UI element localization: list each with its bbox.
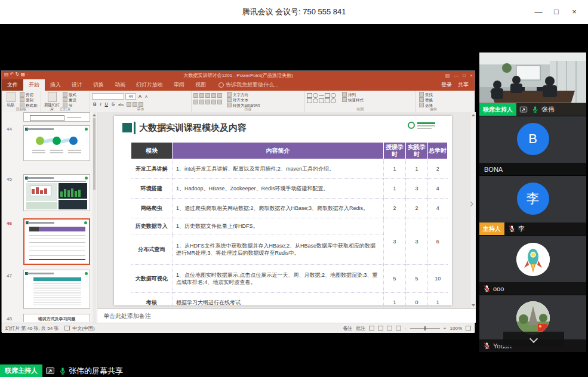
thumbnails-scroll-up-icon[interactable]: [93, 114, 96, 116]
shapes-gallery[interactable]: [307, 92, 336, 103]
spellcheck-icon[interactable]: [64, 326, 70, 330]
replace-button[interactable]: 替换: [419, 97, 433, 102]
tab-file[interactable]: 文件: [2, 79, 23, 91]
font-group-label: 字体: [90, 107, 191, 112]
font-name-select[interactable]: [92, 93, 124, 100]
char-spacing-icon[interactable]: [133, 102, 137, 107]
participant-tile-bona[interactable]: B BONA: [479, 116, 586, 175]
tab-review[interactable]: 审阅: [168, 79, 190, 91]
paste-icon: [7, 92, 16, 102]
participant-name: 李: [518, 224, 525, 233]
tab-insert[interactable]: 插入: [45, 79, 66, 91]
thumbnail-slide-43-partial[interactable]: [23, 112, 90, 122]
columns-icon[interactable]: [217, 100, 222, 104]
scroll-down-icon[interactable]: [472, 304, 475, 307]
rocket-avatar: [516, 243, 550, 276]
participant-tile-ooo[interactable]: ooo: [479, 236, 586, 295]
tab-view[interactable]: 视图: [190, 79, 211, 91]
underline-button[interactable]: U: [104, 101, 109, 107]
numbering-icon[interactable]: [199, 93, 204, 98]
meeting-stage: ▤ ↶ ↻ ▦ · 大数据实训研讨会1201 - PowerPoint(产品激活…: [0, 24, 588, 377]
align-center-icon[interactable]: [199, 100, 204, 104]
text-shadow-icon[interactable]: [127, 102, 131, 107]
participant-tile-zhangwei[interactable]: 联席主持人 张伟: [479, 52, 586, 116]
login-button[interactable]: 登录: [441, 81, 452, 89]
clear-format-button[interactable]: abc: [117, 103, 125, 106]
collapse-participants-button[interactable]: [503, 332, 564, 347]
slideshow-icon[interactable]: [396, 326, 401, 330]
meeting-title: 腾讯会议 会议号: 750 555 841: [0, 0, 588, 24]
tell-me-box[interactable]: 告诉我您想要做什么...: [215, 79, 282, 91]
zoom-slider[interactable]: [410, 328, 440, 329]
language-indicator[interactable]: 中文(中国): [72, 325, 94, 332]
normal-view-icon[interactable]: [369, 326, 374, 330]
bullets-icon[interactable]: [193, 93, 198, 98]
panel-expand-arrow-icon[interactable]: ›: [467, 191, 476, 215]
zoom-out-icon[interactable]: -: [405, 326, 407, 331]
ppt-share-button[interactable]: 共享: [458, 81, 469, 89]
line-spacing-icon[interactable]: [217, 93, 222, 98]
thumbnail-number-46: 46: [7, 221, 12, 226]
paste-button[interactable]: 粘贴: [4, 92, 18, 107]
arrange-button[interactable]: 排列: [342, 92, 364, 97]
notes-pane[interactable]: 单击此处添加备注: [97, 308, 476, 323]
cut-button[interactable]: 剪切: [20, 92, 38, 97]
tab-transitions[interactable]: 切换: [88, 79, 109, 91]
font-size-select[interactable]: 44: [125, 93, 136, 100]
text-direction-icon: [227, 92, 232, 97]
shape-arrow-icon: [325, 93, 330, 98]
tab-home[interactable]: 开始: [23, 79, 45, 91]
align-right-icon[interactable]: [205, 100, 210, 104]
ribbon-group-paragraph: 文字方向 对齐文本 转换为SmartArt 段落: [192, 91, 305, 112]
slide-editing-area: 大数据实训课程模块及内容 模块 内容简介 授课学时 实践学时 总学时 开发工具讲…: [97, 112, 476, 308]
ppt-minimize-icon[interactable]: —: [454, 73, 458, 78]
grow-font-icon[interactable]: A: [137, 94, 143, 99]
text-direction-button[interactable]: 文字方向: [227, 92, 260, 97]
align-left-icon[interactable]: [193, 100, 198, 104]
italic-button[interactable]: I: [98, 101, 102, 107]
ppt-maximize-icon[interactable]: □: [463, 73, 466, 78]
table-row: 开发工具讲解 1、intelj开发工具讲解、配置以及常用插件;2、maven工具…: [131, 159, 448, 179]
minimize-icon[interactable]: —: [529, 4, 547, 20]
current-slide-canvas[interactable]: 大数据实训课程模块及内容 模块 内容简介 授课学时 实践学时 总学时 开发工具讲…: [114, 116, 452, 305]
thumbnail-slide-48-partial[interactable]: 培训方式及学习问题: [23, 314, 90, 322]
slide-title-accent-square: [122, 123, 132, 132]
notes-toggle[interactable]: 备注: [343, 325, 352, 332]
thumbnails-scrollbar[interactable]: [93, 112, 96, 323]
maximize-icon[interactable]: □: [547, 4, 565, 20]
close-icon[interactable]: ×: [565, 4, 583, 20]
thumbnail-slide-46-selected[interactable]: [23, 218, 90, 265]
thumbnail-slide-47[interactable]: [23, 270, 90, 309]
thumbnail-slide-44[interactable]: [23, 125, 90, 161]
participant-tile-li[interactable]: 李 主持人 李: [479, 176, 586, 235]
slide-sorter-icon[interactable]: [378, 326, 383, 330]
tab-slideshow[interactable]: 幻灯片放映: [131, 79, 168, 91]
reading-view-icon[interactable]: [387, 326, 392, 330]
participant-tile-youan[interactable]: Youan: [479, 295, 586, 352]
strikethrough-button[interactable]: S: [110, 101, 116, 107]
scroll-up-icon[interactable]: [472, 114, 475, 116]
zoom-level[interactable]: 100%: [450, 326, 462, 331]
find-button[interactable]: 查找: [419, 92, 433, 97]
bold-button[interactable]: B: [92, 101, 97, 107]
fit-to-window-icon[interactable]: [466, 326, 471, 330]
shrink-font-icon[interactable]: A: [144, 95, 149, 98]
copy-button[interactable]: 复制: [20, 97, 38, 102]
font-color-icon[interactable]: [138, 102, 143, 107]
ppt-close-icon[interactable]: ×: [470, 73, 473, 78]
avatar: B: [517, 123, 549, 155]
reset-button[interactable]: 重设: [63, 97, 76, 102]
layout-button[interactable]: 版式: [63, 92, 76, 97]
table-row: 历史数据导入 1、历史数据文件批量上传HDFS。 3 3 6: [131, 218, 448, 234]
justify-icon[interactable]: [211, 100, 216, 104]
align-text-button[interactable]: 对齐文本: [227, 97, 260, 102]
zoom-in-icon[interactable]: +: [444, 326, 447, 331]
quick-styles-button[interactable]: 快速样式: [342, 97, 364, 102]
tab-animations[interactable]: 动画: [109, 79, 131, 91]
tab-design[interactable]: 设计: [66, 79, 88, 91]
comments-toggle[interactable]: 批注: [356, 325, 365, 332]
thumbnail-slide-45[interactable]: [23, 174, 90, 211]
indent-increase-icon[interactable]: [211, 93, 216, 98]
indent-decrease-icon[interactable]: [205, 93, 210, 98]
ribbon-options-icon[interactable]: ▤: [445, 73, 450, 78]
